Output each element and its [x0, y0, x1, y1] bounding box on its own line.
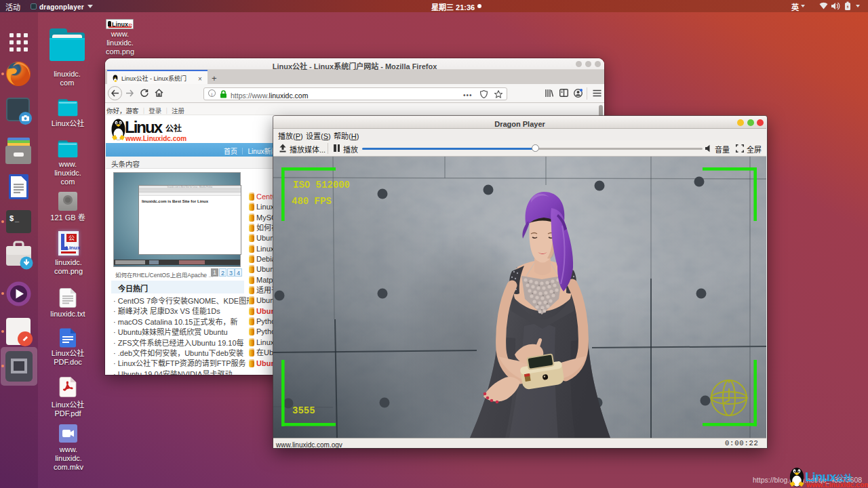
svg-text:3555: 3555 — [292, 405, 315, 416]
svg-text:480 FPS: 480 FPS — [292, 196, 332, 207]
svg-text:ISO 512000: ISO 512000 — [293, 180, 350, 190]
